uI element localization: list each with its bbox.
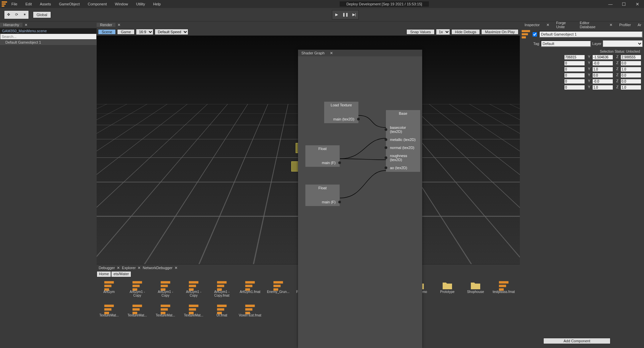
asset-item[interactable]: Prototype: [438, 281, 456, 297]
asset-item[interactable]: ArtGym1 - Copy (3).fmat: [156, 281, 175, 297]
tab-ar[interactable]: Ar: [635, 23, 644, 27]
node-input[interactable]: roughness (tex2D): [386, 152, 420, 164]
vec-y-input[interactable]: [592, 55, 613, 60]
minimize-button[interactable]: —: [604, 2, 617, 7]
close-icon[interactable]: ✕: [330, 51, 333, 55]
scale-tool-icon[interactable]: ✶: [20, 11, 29, 19]
asset-item[interactable]: TextureMat...: [100, 304, 118, 317]
close-icon[interactable]: ✕: [24, 23, 28, 27]
node-input[interactable]: basecolor (tex2D): [386, 123, 420, 136]
speed-select[interactable]: Default Speed: [155, 29, 188, 35]
asset-item[interactable]: TextureMat...: [185, 304, 203, 317]
asset-item[interactable]: Enemy_Grun...: [269, 281, 287, 297]
close-icon[interactable]: ✕: [175, 266, 178, 270]
node-output[interactable]: main (F): [305, 198, 340, 206]
asset-item[interactable]: ArtGym1 - Copy (4).fmat: [185, 281, 203, 297]
vec-y-input[interactable]: [592, 73, 613, 78]
vec-y-input[interactable]: [592, 79, 613, 84]
menu-help[interactable]: Help: [149, 2, 165, 6]
tab-explorer[interactable]: Explorer: [122, 266, 136, 270]
node-load-texture[interactable]: Load Texture main (tex2D): [324, 102, 358, 123]
hide-debugs-button[interactable]: Hide Debugs: [451, 29, 480, 35]
input-pin[interactable]: [385, 138, 387, 141]
node-output[interactable]: main (F): [305, 159, 340, 167]
vec-x-input[interactable]: [564, 55, 585, 60]
menu-utility[interactable]: Utility: [132, 2, 149, 6]
crumb-home[interactable]: Home: [97, 271, 111, 277]
node-input[interactable]: ao (tex2D): [386, 164, 420, 172]
node-float-1[interactable]: Float main (F): [305, 145, 340, 167]
asset-item[interactable]: TextureMat...: [156, 304, 175, 317]
snap-mult-select[interactable]: 1x: [436, 29, 450, 35]
crumb-folder[interactable]: ets/Mater: [111, 271, 131, 277]
coord-space-toggle[interactable]: Global: [33, 11, 51, 18]
node-input[interactable]: normal (tex2D): [386, 144, 420, 152]
gameobject-active-checkbox[interactable]: [533, 32, 537, 37]
node-float-2[interactable]: Float main (F): [305, 185, 340, 206]
vec-y-input[interactable]: [592, 85, 613, 90]
hierarchy-search-input[interactable]: [0, 34, 97, 40]
play-button[interactable]: ▶: [332, 10, 341, 19]
close-icon[interactable]: ✕: [544, 23, 552, 27]
tag-select[interactable]: [541, 40, 591, 47]
tab-networkdebugger[interactable]: NetworkDebugger: [143, 266, 172, 270]
scene-name[interactable]: GAM350_MainMenu.scene: [0, 28, 97, 34]
hierarchy-tab[interactable]: Hierarchy: [0, 23, 22, 27]
asset-item[interactable]: UI.fmat: [213, 304, 231, 317]
node-output[interactable]: main (tex2D): [324, 115, 358, 123]
menu-edit[interactable]: Edit: [21, 2, 36, 6]
maximize-on-play-button[interactable]: Maximize On Play: [481, 29, 518, 35]
aspect-select[interactable]: 16:9: [136, 29, 153, 35]
asset-item[interactable]: testplssss.fmat: [495, 281, 513, 297]
input-pin[interactable]: [385, 156, 387, 159]
vec-y-input[interactable]: [592, 67, 613, 72]
render-tab[interactable]: Render: [97, 23, 115, 27]
vec-z-input[interactable]: [621, 79, 641, 84]
asset-item[interactable]: ArtGym1 - Copy (2).fmat: [128, 281, 146, 297]
vec-z-input[interactable]: [621, 73, 641, 78]
tab-editor-database[interactable]: Editor Database: [577, 21, 605, 29]
node-input[interactable]: metallic (tex2D): [386, 136, 420, 144]
input-pin[interactable]: [385, 128, 387, 131]
menu-gameobject[interactable]: GameObject: [55, 2, 84, 6]
close-icon[interactable]: ✕: [117, 23, 120, 27]
vec-z-input[interactable]: [621, 85, 641, 90]
scene-mode-button[interactable]: Scene: [98, 29, 116, 35]
asset-item[interactable]: VoxelTEst.fmat: [241, 304, 259, 317]
vec-z-input[interactable]: [621, 67, 641, 72]
move-tool-icon[interactable]: ✥: [4, 11, 12, 19]
output-pin[interactable]: [338, 201, 341, 203]
vec-x-input[interactable]: [564, 61, 585, 66]
shader-graph-panel[interactable]: Shader Graph ✕ Load Texture main (tex2D)…: [298, 50, 422, 348]
vec-x-input[interactable]: [564, 85, 585, 90]
tab-profiler[interactable]: Profiler: [616, 23, 634, 27]
game-mode-button[interactable]: Game: [117, 29, 135, 35]
close-icon[interactable]: ✕: [138, 266, 141, 270]
vec-z-input[interactable]: [621, 61, 641, 66]
asset-item[interactable]: ArtGym1.fmat: [241, 281, 259, 297]
asset-item[interactable]: ArtGym1 - Copy.fmat: [213, 281, 231, 297]
pause-button[interactable]: ❚❚: [341, 10, 350, 19]
tab-forge-unite[interactable]: Forge Unite: [553, 21, 576, 29]
maximize-button[interactable]: ☐: [617, 2, 631, 7]
vec-x-input[interactable]: [564, 79, 585, 84]
hierarchy-item[interactable]: Default Gameobject 1: [0, 40, 97, 45]
snap-values-button[interactable]: Snap Values: [406, 29, 435, 35]
node-base[interactable]: Base basecolor (tex2D) metallic (tex2D) …: [386, 110, 420, 172]
shader-graph-tab[interactable]: Shader Graph: [298, 51, 328, 55]
close-icon[interactable]: ✕: [607, 23, 615, 27]
menu-component[interactable]: Component: [84, 2, 111, 6]
tab-inspector[interactable]: Inspector: [522, 23, 542, 27]
vec-x-input[interactable]: [564, 67, 585, 72]
menu-window[interactable]: Window: [111, 2, 132, 6]
add-component-button[interactable]: Add Component: [543, 338, 610, 344]
close-button[interactable]: ✕: [631, 2, 644, 7]
vec-z-input[interactable]: [621, 55, 641, 60]
output-pin[interactable]: [357, 118, 360, 120]
input-pin[interactable]: [385, 146, 387, 149]
menu-file[interactable]: File: [7, 2, 21, 6]
shader-graph-canvas[interactable]: Load Texture main (tex2D) Float main (F)…: [298, 56, 422, 348]
menu-assets[interactable]: Assets: [36, 2, 55, 6]
rotate-tool-icon[interactable]: ⟳: [12, 11, 20, 19]
gameobject-name-input[interactable]: [539, 31, 643, 38]
